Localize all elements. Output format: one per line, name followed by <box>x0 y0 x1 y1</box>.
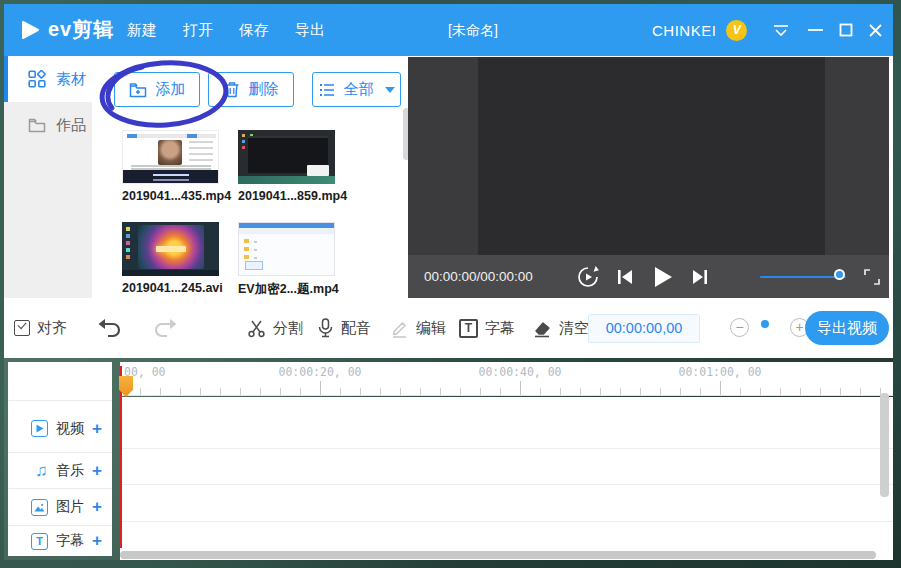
menu-open[interactable]: 打开 <box>183 21 213 40</box>
app-logo: ev剪辑 <box>20 16 114 43</box>
add-image-clip-button[interactable]: + <box>92 500 102 514</box>
track-image: 图片 + <box>8 489 112 525</box>
maximize-button[interactable] <box>831 4 861 56</box>
folder-plus-icon <box>129 82 147 98</box>
eraser-icon <box>532 319 552 338</box>
ruler-label: 00:00:20, 00 <box>278 365 361 379</box>
user-account[interactable]: CHINKEI V <box>652 4 747 56</box>
align-toggle[interactable]: 对齐 <box>14 312 67 344</box>
image-track-icon <box>31 499 48 516</box>
material-item-name: 2019041...859.mp4 <box>238 189 335 203</box>
video-track-icon <box>31 420 48 437</box>
material-item[interactable]: 2019041...245.avi <box>122 222 219 295</box>
music-track-icon: ♫ <box>35 462 48 479</box>
vertical-scrollbar[interactable] <box>880 393 889 497</box>
subtitle-button[interactable]: T 字幕 <box>459 312 515 344</box>
menu-save[interactable]: 保存 <box>239 21 269 40</box>
horizontal-scrollbar[interactable] <box>120 551 876 559</box>
minimize-to-tray-button[interactable] <box>766 4 796 56</box>
minimize-icon <box>808 28 823 32</box>
undo-button[interactable] <box>98 312 122 344</box>
document-title: [未命名] <box>393 4 553 56</box>
video-thumbnail <box>122 222 219 276</box>
scissors-icon <box>247 319 266 338</box>
fullscreen-icon[interactable] <box>864 255 880 298</box>
split-button[interactable]: 分割 <box>247 312 303 344</box>
track-video-label: 视频 <box>56 420 84 438</box>
playback-time: 00:00:00/00:00:00 <box>424 255 533 298</box>
maximize-icon <box>839 23 853 37</box>
preview-panel: 00:00:00/00:00:00 <box>408 57 889 298</box>
edit-label: 编辑 <box>416 319 446 338</box>
ruler-label: 00:01:00, 00 <box>678 365 761 379</box>
filter-selected-label: 全部 <box>344 80 374 99</box>
zoom-level-indicator[interactable] <box>761 320 769 328</box>
zoom-out-button[interactable]: − <box>730 318 749 337</box>
main-menu: 新建 打开 保存 导出 <box>127 4 325 56</box>
track-image-label: 图片 <box>56 498 84 516</box>
track-video: 视频 + <box>8 406 112 451</box>
playback-controls: 00:00:00/00:00:00 <box>408 255 889 298</box>
next-frame-button[interactable] <box>691 255 709 298</box>
close-button[interactable] <box>860 4 890 56</box>
sidebar-item-works[interactable]: 作品 <box>4 102 92 148</box>
sidebar-item-material[interactable]: 素材 <box>4 56 92 102</box>
pencil-icon <box>390 319 409 338</box>
list-filter-icon <box>319 83 335 97</box>
timeline-ruler[interactable]: 00, 00 00:00:20, 00 00:00:40, 00 00:01:0… <box>120 362 893 396</box>
playhead-line[interactable] <box>120 366 122 552</box>
clear-button[interactable]: 清空 <box>532 312 589 344</box>
dub-button[interactable]: 配音 <box>317 312 371 344</box>
delete-material-button[interactable]: 删除 <box>208 72 294 107</box>
app-title: ev剪辑 <box>48 16 114 43</box>
ruler-label: 00:00:40, 00 <box>478 365 561 379</box>
avatar: V <box>726 20 747 41</box>
material-item[interactable]: 2019041...435.mp4 <box>122 130 219 203</box>
filter-dropdown[interactable]: 全部 <box>312 72 401 107</box>
play-button[interactable] <box>652 255 674 298</box>
material-panel: 添加 删除 全部 <box>92 56 404 298</box>
tray-icon <box>772 24 790 37</box>
track-label-column: 视频 + ♫ 音乐 + 图片 + T 字幕 + <box>8 362 112 556</box>
timeline-tracks-area[interactable] <box>120 397 893 552</box>
menu-new[interactable]: 新建 <box>127 21 157 40</box>
subtitle-t-icon: T <box>459 319 478 338</box>
video-thumbnail <box>122 130 219 184</box>
add-subtitle-clip-button[interactable]: + <box>92 534 102 548</box>
timecode-field[interactable]: 00:00:00,00 <box>588 314 700 343</box>
previous-frame-button[interactable] <box>616 255 634 298</box>
material-item[interactable]: EV加密2...题.mp4 <box>238 222 335 298</box>
volume-slider-knob[interactable] <box>834 269 845 280</box>
redo-icon <box>153 318 177 339</box>
add-music-clip-button[interactable]: + <box>92 464 102 478</box>
track-music: ♫ 音乐 + <box>8 453 112 488</box>
video-thumbnail <box>238 130 335 184</box>
track-subtitle: T 字幕 + <box>8 526 112 556</box>
add-video-clip-button[interactable]: + <box>92 422 102 436</box>
chevron-down-icon <box>385 87 395 93</box>
username: CHINKEI <box>652 22 716 39</box>
loop-playback-button[interactable] <box>576 255 600 298</box>
redo-button[interactable] <box>153 312 177 344</box>
undo-icon <box>98 318 122 339</box>
split-label: 分割 <box>273 319 303 338</box>
volume-slider[interactable] <box>760 276 846 278</box>
desktop: { "titlebar": { "logo": "ev剪辑", "menu": … <box>0 0 901 568</box>
minimize-button[interactable] <box>800 4 830 56</box>
align-checkbox[interactable] <box>14 320 30 336</box>
clear-label: 清空 <box>559 319 589 338</box>
material-item-name: 2019041...435.mp4 <box>122 189 219 203</box>
material-item[interactable]: 2019041...859.mp4 <box>238 130 335 203</box>
edit-button[interactable]: 编辑 <box>390 312 446 344</box>
add-material-button[interactable]: 添加 <box>114 72 200 107</box>
ruler-ticks <box>120 388 893 395</box>
menu-export[interactable]: 导出 <box>295 21 325 40</box>
sidebar-works-label: 作品 <box>56 116 86 135</box>
delete-material-label: 删除 <box>249 80 279 99</box>
track-music-label: 音乐 <box>56 462 84 480</box>
sidebar: 素材 作品 <box>4 56 92 298</box>
folder-icon <box>28 118 46 133</box>
export-video-button[interactable]: 导出视频 <box>805 311 889 345</box>
trash-icon <box>224 81 240 98</box>
play-logo-icon <box>20 20 40 40</box>
